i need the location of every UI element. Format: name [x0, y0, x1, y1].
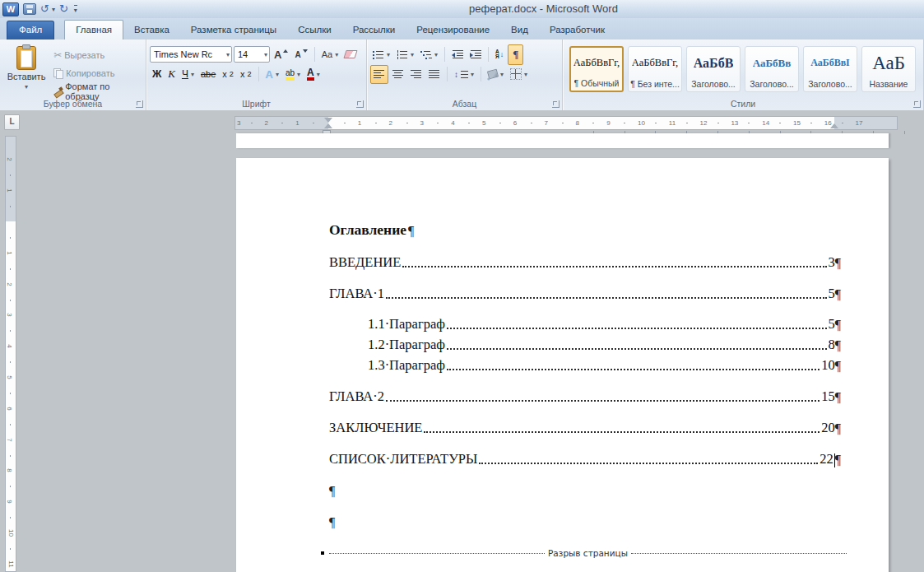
font-dialog-launcher-icon[interactable] — [356, 100, 364, 108]
increase-indent-button[interactable] — [467, 46, 484, 63]
right-indent-marker[interactable] — [830, 123, 838, 128]
h-ruler[interactable]: 3211234567891011121314151617 — [234, 116, 898, 130]
style-heading3[interactable]: АаБбВвI Заголово... — [803, 46, 857, 92]
word-logo-icon[interactable]: W — [2, 2, 19, 16]
clipboard-dialog-launcher-icon[interactable] — [136, 100, 143, 108]
align-center-button[interactable] — [390, 66, 406, 83]
customize-qat-icon[interactable]: ▾ — [74, 5, 77, 14]
copy-button[interactable]: Копировать — [51, 64, 142, 81]
align-left-button[interactable] — [370, 65, 388, 84]
toc-heading[interactable]: Оглавление ¶ — [329, 221, 841, 239]
style-heading2[interactable]: АаБбВв Заголово... — [745, 46, 799, 92]
hanging-indent-marker[interactable] — [324, 123, 332, 128]
superscript-button[interactable]: х2 — [238, 66, 254, 83]
ruler-tick — [468, 123, 470, 123]
toc-entry[interactable]: 1.1·Параграф 5 ¶ — [329, 315, 841, 333]
highlight-dropdown-icon[interactable]: ▾ — [297, 71, 300, 78]
bullets-button[interactable]: ▾ — [370, 46, 392, 63]
style-name: ¶ Без инте... — [630, 79, 680, 89]
ruler-number: 7 — [6, 438, 13, 441]
tab-view[interactable]: Вид — [500, 21, 539, 40]
borders-button[interactable]: ▾ — [508, 66, 530, 83]
undo-dropdown-icon[interactable]: ▾ — [52, 6, 55, 13]
style-normal[interactable]: АаБбВвГг, ¶ Обычный — [569, 46, 624, 92]
italic-button[interactable]: К — [165, 66, 178, 83]
tab-page-layout[interactable]: Разметка страницы — [180, 21, 287, 40]
line-spacing-button[interactable]: ↕ ▾ — [452, 66, 476, 83]
change-case-dropdown-icon[interactable]: ▾ — [335, 51, 338, 58]
toc-entry[interactable]: ВВЕДЕНИЕ 3 ¶ — [329, 253, 841, 271]
empty-paragraph[interactable]: ¶ — [329, 481, 841, 499]
align-right-button[interactable] — [408, 66, 425, 83]
multilevel-dropdown-icon[interactable]: ▾ — [434, 51, 438, 58]
paste-dropdown-icon[interactable]: ▾ — [25, 83, 28, 91]
save-icon[interactable] — [23, 3, 36, 15]
multilevel-list-button[interactable]: ▾ — [418, 46, 440, 63]
toc-entry[interactable]: 1.2·Параграф 8 ¶ — [329, 336, 841, 353]
numbering-button[interactable]: ▾ — [394, 46, 416, 63]
tab-home[interactable]: Главная — [64, 20, 123, 40]
tab-review[interactable]: Рецензирование — [406, 21, 500, 40]
ruler-number: 14 — [762, 119, 769, 127]
styles-dialog-launcher-icon[interactable] — [913, 100, 921, 108]
toc-entry[interactable]: ГЛАВА·2 15 ¶ — [329, 388, 841, 405]
shading-dropdown-icon[interactable]: ▾ — [500, 71, 504, 78]
line-spacing-dropdown-icon[interactable]: ▾ — [471, 71, 474, 78]
toc-label: 1.2·Параграф — [368, 337, 445, 353]
toc-entry[interactable]: СПИСОК·ЛИТЕРАТУРЫ 22 ¶ — [329, 450, 841, 467]
window-title: реферат.docx - Microsoft Word — [469, 2, 618, 15]
underline-dropdown-icon[interactable]: ▾ — [191, 71, 194, 78]
font-color-button[interactable]: А ▾ — [304, 66, 323, 83]
style-title[interactable]: АаБ Название — [861, 46, 916, 92]
empty-paragraph[interactable]: ¶ — [329, 513, 841, 530]
bold-button[interactable]: Ж — [150, 66, 164, 83]
highlight-button[interactable]: ab ▾ — [283, 66, 303, 83]
style-no-spacing[interactable]: АаБбВвГг, ¶ Без инте... — [628, 46, 682, 92]
paste-button[interactable]: Вставить ▾ — [7, 44, 46, 95]
toc-entry[interactable]: ЗАКЛЮЧЕНИЕ 20 ¶ — [329, 419, 841, 436]
bullets-icon — [373, 50, 384, 59]
clear-formatting-button[interactable] — [342, 46, 359, 63]
document-page[interactable]: Оглавление ¶ ВВЕДЕНИЕ 3 ¶ ГЛАВА·1 5 ¶ 1.… — [236, 158, 889, 572]
borders-dropdown-icon[interactable]: ▾ — [524, 71, 527, 78]
paragraph-dialog-launcher-icon[interactable] — [552, 100, 560, 108]
tab-stop-selector[interactable]: L — [4, 114, 20, 130]
ruler-number: 2 — [6, 158, 13, 161]
font-color-dropdown-icon[interactable]: ▾ — [317, 71, 320, 78]
v-ruler[interactable]: 211234567891011 — [5, 136, 16, 572]
strikethrough-button[interactable]: abe — [198, 66, 218, 83]
first-line-indent-marker[interactable] — [324, 118, 332, 123]
page-break-row[interactable]: Разрыв страницы — [321, 547, 847, 559]
tab-mailings[interactable]: Рассылки — [342, 21, 406, 40]
bullets-dropdown-icon[interactable]: ▾ — [387, 51, 390, 58]
decrease-indent-button[interactable] — [449, 46, 466, 63]
font-name-dropdown-icon[interactable]: ▾ — [224, 51, 230, 58]
text-effects-dropdown-icon[interactable]: ▾ — [276, 71, 279, 78]
subscript-button[interactable]: х2 — [220, 66, 236, 83]
underline-button[interactable]: Ч ▾ — [179, 66, 197, 83]
text-effects-button[interactable]: А ▾ — [263, 66, 281, 83]
undo-icon[interactable]: ↺ — [40, 2, 49, 16]
font-name-combo[interactable]: Times New Rc ▾ — [150, 46, 232, 63]
style-heading1[interactable]: АаБбВ Заголово... — [686, 46, 741, 92]
tab-file[interactable]: Файл — [7, 21, 54, 40]
font-size-dropdown-icon[interactable]: ▾ — [262, 51, 267, 58]
grow-font-button[interactable]: А — [272, 46, 290, 63]
tab-references[interactable]: Ссылки — [287, 21, 342, 40]
font-size-combo[interactable]: 14 ▾ — [234, 46, 270, 63]
show-formatting-marks-button[interactable]: ¶ — [508, 44, 523, 65]
justify-button[interactable] — [426, 66, 443, 83]
shading-button[interactable]: ▾ — [485, 66, 506, 83]
tab-developer[interactable]: Разработчик — [539, 21, 615, 40]
toc-entry[interactable]: ГЛАВА·1 5 ¶ — [329, 285, 841, 302]
previous-page-bottom[interactable] — [236, 133, 889, 148]
numbering-dropdown-icon[interactable]: ▾ — [411, 51, 414, 58]
toc-entry[interactable]: 1.3·Параграф 10 ¶ — [329, 356, 841, 374]
redo-icon[interactable]: ↻ — [59, 2, 68, 16]
format-painter-button[interactable]: Формат по образцу — [51, 82, 142, 100]
shrink-font-button[interactable]: А — [292, 46, 309, 63]
tab-insert[interactable]: Вставка — [123, 21, 180, 40]
change-case-button[interactable]: Аа ▾ — [319, 46, 341, 63]
sort-button[interactable]: А Я ↓ — [493, 46, 506, 63]
cut-button[interactable]: ✂ Вырезать — [51, 46, 142, 63]
